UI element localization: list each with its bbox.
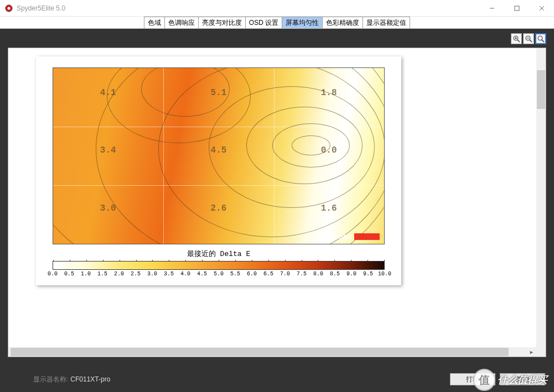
monitor-name-label: 显示器名称: xyxy=(33,375,68,384)
close-panel-button[interactable]: 关闭 xyxy=(500,373,545,385)
print-button[interactable]: 打印 xyxy=(450,373,495,385)
tab-tone-response[interactable]: 色调响应 xyxy=(165,17,199,28)
window-titlebar: Spyder5Elite 5.0 xyxy=(0,0,554,17)
tick-label: 10.0 xyxy=(378,271,391,277)
close-button[interactable] xyxy=(529,0,554,17)
cell-value: 4.1 xyxy=(100,88,116,98)
tick-label: 4.5 xyxy=(197,271,207,277)
tab-brightness-contrast[interactable]: 亮度与对比度 xyxy=(199,17,246,28)
cell-value: 3.4 xyxy=(100,145,116,155)
cell-value: 2.6 xyxy=(211,203,227,213)
scroll-right-icon[interactable]: ► xyxy=(527,347,536,357)
zoom-out-button[interactable] xyxy=(523,33,534,44)
tick-label: 1.0 xyxy=(81,271,91,277)
tick-label: 3.5 xyxy=(164,271,174,277)
tick-label: 1.5 xyxy=(97,271,107,277)
zoom-in-button[interactable] xyxy=(511,33,522,44)
svg-point-1 xyxy=(8,7,11,9)
cell-value: 4.5 xyxy=(211,145,227,155)
tick-label: 4.0 xyxy=(180,271,190,277)
uniformity-heatmap: 4.1 5.1 1.8 3.4 4.5 0.0 3.0 2.6 1.6 data… xyxy=(53,67,385,244)
tick-label: 9.5 xyxy=(363,271,373,277)
tick-label: 6.0 xyxy=(247,271,257,277)
zoom-fit-button[interactable] xyxy=(535,33,546,44)
datacolor-brand: datacolor xyxy=(319,232,380,241)
svg-line-7 xyxy=(517,40,520,42)
tick-label: 2.5 xyxy=(131,271,141,277)
tick-label: 8.0 xyxy=(313,271,323,277)
cell-value: 5.1 xyxy=(211,88,227,98)
legend-title: 最接近的 Delta E xyxy=(47,249,390,259)
zoom-toolbar xyxy=(511,33,546,44)
tick-label: 0.0 xyxy=(48,271,58,277)
tick-label: 3.0 xyxy=(147,271,157,277)
tick-label: 7.5 xyxy=(297,271,307,277)
horizontal-scrollbar[interactable]: ◄ ► xyxy=(8,347,546,357)
tick-label: 7.0 xyxy=(280,271,290,277)
minimize-button[interactable] xyxy=(479,0,504,17)
tick-label: 5.0 xyxy=(214,271,224,277)
brand-swatch xyxy=(354,233,380,240)
tick-label: 5.5 xyxy=(230,271,240,277)
tick-label: 6.5 xyxy=(263,271,273,277)
maximize-button[interactable] xyxy=(504,0,529,17)
workspace: 4.1 5.1 1.8 3.4 4.5 0.0 3.0 2.6 1.6 data… xyxy=(0,29,554,392)
brand-text: datacolor xyxy=(319,232,352,241)
svg-line-11 xyxy=(530,40,532,42)
tab-gamut[interactable]: 色域 xyxy=(144,17,165,28)
cell-value: 3.0 xyxy=(100,203,116,213)
svg-rect-3 xyxy=(515,6,519,11)
footer-bar: 显示器名称: CF011XT-pro 打印 关闭 xyxy=(0,371,554,388)
svg-line-14 xyxy=(542,40,544,42)
tab-screen-uniformity[interactable]: 屏幕均匀性 xyxy=(282,17,323,28)
tab-bar: 色域 色调响应 亮度与对比度 OSD 设置 屏幕均匀性 色彩精确度 显示器额定值 xyxy=(0,17,554,29)
chart-viewport: 4.1 5.1 1.8 3.4 4.5 0.0 3.0 2.6 1.6 data… xyxy=(8,48,546,357)
window-title: Spyder5Elite 5.0 xyxy=(17,4,479,12)
tick-label: 9.0 xyxy=(346,271,356,277)
tick-label: 0.5 xyxy=(64,271,74,277)
cell-value: 0.0 xyxy=(321,145,337,155)
chart-card: 4.1 5.1 1.8 3.4 4.5 0.0 3.0 2.6 1.6 data… xyxy=(36,56,401,285)
tab-osd-settings[interactable]: OSD 设置 xyxy=(246,17,282,28)
vertical-scrollbar[interactable] xyxy=(536,48,546,347)
monitor-name-value: CF011XT-pro xyxy=(70,375,110,383)
cell-value: 1.6 xyxy=(321,203,337,213)
cell-value: 1.8 xyxy=(321,88,337,98)
tab-monitor-rating[interactable]: 显示器额定值 xyxy=(363,17,410,28)
app-icon xyxy=(4,4,13,13)
tab-color-accuracy[interactable]: 色彩精确度 xyxy=(323,17,363,28)
colorbar-ticks: 0.00.51.01.52.02.53.03.54.04.55.05.56.06… xyxy=(53,271,385,279)
legend: 最接近的 Delta E 0.00.51.01.52.02.53.03.54.0… xyxy=(47,249,390,279)
colorbar xyxy=(53,261,385,270)
tick-label: 8.5 xyxy=(330,271,340,277)
svg-point-13 xyxy=(538,36,542,40)
tick-label: 2.0 xyxy=(114,271,124,277)
